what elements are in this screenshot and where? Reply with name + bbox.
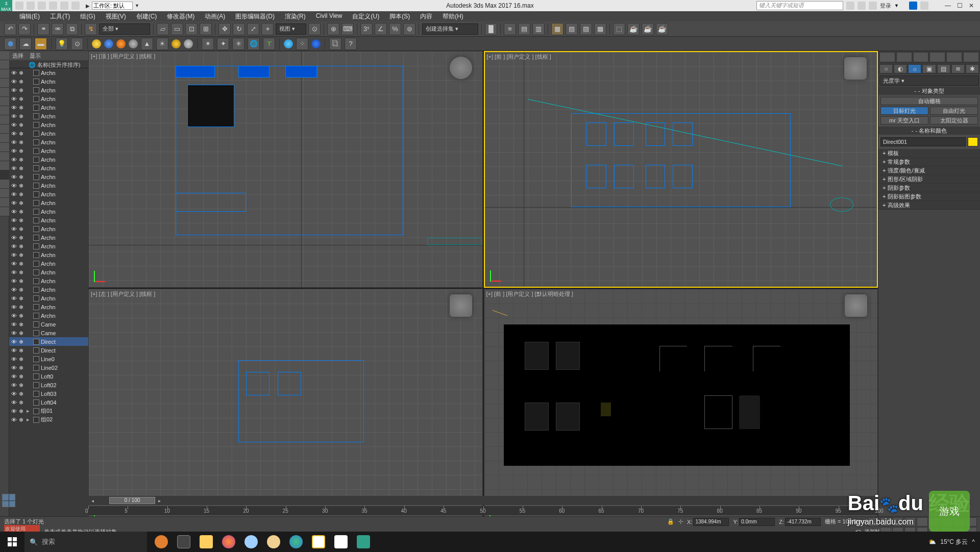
menu-help[interactable]: 帮助(H): [437, 11, 469, 21]
lt-shape[interactable]: [0, 69, 9, 79]
tree-item[interactable]: 👁❄Loft0: [9, 372, 88, 381]
tree-item[interactable]: 👁❄Archn: [9, 311, 88, 320]
cursor-toggle[interactable]: ↯: [85, 23, 97, 35]
visibility-icon[interactable]: 👁: [11, 252, 17, 258]
viewport-front-label[interactable]: [+] [前 ] [用户定义 ] [线框 ]: [487, 53, 551, 61]
rollout-collapsed[interactable]: 模板: [878, 149, 980, 158]
object-color-swatch[interactable]: [968, 137, 978, 146]
rollout-object-type[interactable]: - 对象类型: [878, 87, 980, 95]
start-button[interactable]: [0, 532, 24, 552]
visibility-icon[interactable]: 👁: [11, 330, 17, 336]
copy-icon[interactable]: ⿻: [329, 38, 341, 50]
freeze-icon[interactable]: ❄: [19, 382, 25, 388]
tab-utilities[interactable]: [963, 52, 979, 62]
subtab-cam[interactable]: ▣: [922, 64, 936, 73]
curve-button[interactable]: ▥: [532, 23, 545, 35]
free-light-button[interactable]: 自由灯光: [930, 107, 978, 115]
tree-item[interactable]: 👁❄Archn: [9, 198, 88, 207]
undo-button[interactable]: ↶: [4, 23, 16, 35]
rollout-collapsed[interactable]: 高级效果: [878, 201, 980, 210]
visibility-icon[interactable]: 👁: [11, 356, 17, 362]
visibility-icon[interactable]: 👁: [11, 417, 17, 423]
sphere-cyan[interactable]: [284, 39, 293, 48]
freeze-icon[interactable]: ❄: [19, 330, 25, 336]
sun-icon[interactable]: ☀: [156, 38, 168, 50]
freeze-icon[interactable]: ❄: [19, 304, 25, 310]
tree-item[interactable]: 👁❄Archn: [9, 277, 88, 285]
target-light-button[interactable]: 目标灯光: [880, 107, 928, 115]
tree-item[interactable]: 👁❄Archn: [9, 285, 88, 294]
bulb-icon[interactable]: 💡: [56, 38, 68, 50]
lt-hidden[interactable]: [0, 161, 9, 170]
rollout-collapsed[interactable]: 阴影贴图参数: [878, 192, 980, 201]
keyboard-button[interactable]: ⌨: [341, 23, 354, 35]
tree-item[interactable]: 👁❄▸组02: [9, 415, 88, 424]
workspace-selector[interactable]: ▶ ▼: [86, 2, 139, 10]
login-button[interactable]: 登录: [880, 2, 891, 10]
visibility-icon[interactable]: 👁: [11, 87, 17, 93]
category-dropdown[interactable]: 光度学 ▾: [879, 76, 979, 86]
menu-civil[interactable]: Civil View: [311, 11, 348, 21]
time-slider[interactable]: ◂ 0 / 100 ▸: [88, 496, 878, 505]
visibility-icon[interactable]: 👁: [11, 365, 17, 371]
app-3dsmax[interactable]: [352, 532, 375, 552]
colors-icon[interactable]: ⁘: [296, 38, 308, 50]
visibility-icon[interactable]: 👁: [11, 226, 17, 232]
freeze-icon[interactable]: ❄: [19, 269, 25, 275]
sphere-orange[interactable]: [116, 39, 126, 48]
filter-dropdown[interactable]: 全部 ▾: [99, 23, 150, 35]
percent-snap-button[interactable]: %: [389, 23, 401, 35]
tree-item[interactable]: 👁❄Archn: [9, 120, 88, 129]
tree-item[interactable]: 👁❄Loft04: [9, 398, 88, 407]
help-icon[interactable]: [920, 2, 928, 10]
autodesk-icon[interactable]: [846, 2, 854, 10]
axis-icon[interactable]: ⊹: [678, 518, 683, 525]
earth-icon[interactable]: 🌐: [248, 38, 260, 50]
freeze-icon[interactable]: ❄: [19, 96, 25, 102]
subtab-warp[interactable]: ≋: [951, 64, 965, 73]
lt-warp[interactable]: [0, 106, 9, 115]
freeze-icon[interactable]: ❄: [19, 321, 25, 328]
tree-item[interactable]: 👁❄Archn: [9, 190, 88, 198]
visibility-icon[interactable]: 👁: [11, 122, 17, 128]
tab-select[interactable]: 选择: [12, 52, 23, 60]
tree-item[interactable]: 👁❄Archn: [9, 164, 88, 172]
menu-edit[interactable]: 编辑(E): [14, 11, 45, 21]
visibility-icon[interactable]: 👁: [11, 209, 17, 215]
manipulate-button[interactable]: ⊕: [327, 23, 339, 35]
tree-item[interactable]: 👁❄Archn: [9, 129, 88, 138]
menu-modifier[interactable]: 修改器(M): [162, 11, 200, 21]
rollout-name-color[interactable]: - 名称和颜色: [878, 127, 980, 135]
freeze-icon[interactable]: ❄: [19, 165, 25, 171]
spinner-snap-button[interactable]: ⊚: [403, 23, 415, 35]
unlink-button[interactable]: ⚮: [52, 23, 64, 35]
freeze-icon[interactable]: ❄: [19, 79, 25, 85]
visibility-icon[interactable]: 👁: [11, 243, 17, 249]
visibility-icon[interactable]: 👁: [11, 287, 17, 293]
viewport-left[interactable]: [+] [左 ] [用户定义 ] [线框 ]: [88, 289, 483, 525]
rollout-collapsed[interactable]: 常规参数: [878, 158, 980, 166]
refsys-dropdown[interactable]: 视图 ▾: [276, 23, 306, 35]
tree-item[interactable]: 👁❄Archn: [9, 250, 88, 259]
maximize-button[interactable]: ☐: [957, 2, 963, 9]
sphere-blue[interactable]: [104, 39, 113, 48]
lt-xref[interactable]: [0, 124, 9, 134]
scale-button[interactable]: ⤢: [247, 23, 259, 35]
bind-button[interactable]: ⧉: [66, 23, 78, 35]
link-button[interactable]: ⚭: [37, 23, 50, 35]
menu-customize[interactable]: 自定义(U): [347, 11, 384, 21]
move-button[interactable]: ✥: [218, 23, 231, 35]
tray-chevron[interactable]: ^: [972, 538, 975, 545]
close-button[interactable]: ✕: [969, 2, 974, 9]
tree-item[interactable]: 👁❄Archn: [9, 94, 88, 103]
app-logo[interactable]: 3 MAX: [0, 0, 12, 11]
exchange-icon[interactable]: [909, 2, 917, 10]
freeze-icon[interactable]: ❄: [19, 417, 25, 423]
sphere-blue2[interactable]: [311, 39, 321, 48]
visibility-icon[interactable]: 👁: [11, 347, 17, 354]
viewport-front[interactable]: [+] [前 ] [用户定义 ] [线框 ]: [484, 51, 878, 288]
named-selection-dropdown[interactable]: 创建选择集 ▾: [422, 23, 478, 35]
freeze-icon[interactable]: ❄: [19, 295, 25, 302]
freeze-icon[interactable]: ❄: [19, 235, 25, 241]
container-icon[interactable]: ⬢: [4, 38, 16, 50]
